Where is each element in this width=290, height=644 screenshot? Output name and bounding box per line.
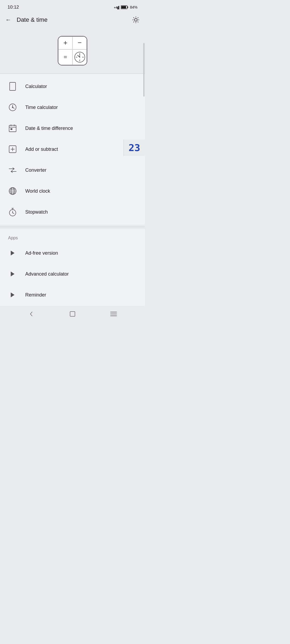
- header: ← Date & time: [0, 13, 145, 28]
- menu-item-stopwatch[interactable]: Stopwatch: [0, 202, 145, 222]
- app-icon-area: + − =: [0, 28, 145, 74]
- play-triangle-2: [11, 272, 15, 276]
- date-time-diff-label: Date & time difference: [25, 126, 73, 131]
- svg-point-14: [79, 57, 80, 57]
- world-clock-icon: [8, 186, 17, 196]
- status-time: 10:12: [8, 5, 19, 10]
- stopwatch-label: Stopwatch: [25, 209, 48, 215]
- apps-header: Apps: [0, 231, 145, 243]
- page-title: Date & time: [17, 16, 48, 23]
- back-button[interactable]: ←: [5, 16, 11, 23]
- apps-section: Apps Ad-free version Advanced calculator…: [0, 229, 145, 308]
- app-icon: + − =: [58, 36, 87, 65]
- apps-item-reminder[interactable]: Reminder: [0, 284, 145, 305]
- play-icon-reminder: [8, 290, 17, 299]
- play-icon-ad-free: [8, 248, 17, 258]
- signal-icon: +4G: [114, 5, 119, 9]
- section-divider: [0, 227, 145, 227]
- settings-button[interactable]: [132, 16, 140, 24]
- header-left: ← Date & time: [5, 16, 48, 23]
- icon-clock: [73, 49, 87, 65]
- status-icons: +4G 84%: [114, 5, 137, 9]
- calculator-icon: [8, 82, 17, 91]
- menu-item-calculator[interactable]: Calculator: [0, 76, 145, 97]
- converter-icon: [8, 166, 17, 175]
- battery-icon: [121, 5, 128, 9]
- right-panel-digit: 23: [124, 140, 145, 156]
- svg-point-40: [12, 213, 13, 213]
- svg-rect-20: [9, 125, 16, 132]
- time-calculator-label: Time calculator: [25, 105, 58, 110]
- icon-equals: =: [58, 49, 73, 65]
- add-subtract-label: Add or subtract: [25, 147, 58, 152]
- svg-point-6: [135, 19, 137, 21]
- menu-list: Calculator Time calculator Date & time d…: [0, 74, 145, 225]
- svg-rect-5: [121, 6, 126, 9]
- reminder-label: Reminder: [25, 292, 46, 298]
- menu-item-time-calculator[interactable]: Time calculator: [0, 97, 145, 118]
- apps-item-advanced-calc[interactable]: Advanced calculator: [0, 264, 145, 284]
- converter-label: Converter: [25, 167, 46, 173]
- icon-minus: −: [73, 36, 87, 49]
- nav-menu-button[interactable]: [108, 309, 119, 319]
- battery-percent: 84%: [130, 5, 137, 9]
- svg-rect-2: [118, 6, 119, 9]
- status-bar: 10:12 +4G 84%: [0, 0, 145, 13]
- svg-point-19: [12, 107, 13, 108]
- svg-rect-4: [127, 6, 128, 8]
- menu-item-converter[interactable]: Converter: [0, 160, 145, 181]
- play-triangle-3: [11, 292, 15, 297]
- nav-home-button[interactable]: [67, 309, 78, 319]
- nav-back-button[interactable]: [26, 309, 37, 319]
- svg-rect-1: [117, 7, 118, 9]
- svg-rect-41: [70, 312, 75, 316]
- icon-plus: +: [58, 36, 73, 49]
- stopwatch-icon: [8, 207, 17, 217]
- svg-line-12: [78, 55, 80, 57]
- calculator-label: Calculator: [25, 84, 47, 89]
- time-calculator-icon: [8, 103, 17, 112]
- play-icon-advanced-calc: [8, 269, 17, 279]
- svg-rect-24: [10, 128, 12, 130]
- menu-item-add-subtract[interactable]: Add or subtract: [0, 139, 145, 160]
- date-time-diff-icon: [8, 124, 17, 133]
- add-subtract-icon: [8, 145, 17, 154]
- world-clock-label: World clock: [25, 188, 50, 194]
- ad-free-label: Ad-free version: [25, 250, 58, 256]
- apps-item-ad-free[interactable]: Ad-free version: [0, 243, 145, 264]
- scrollbar[interactable]: [143, 43, 144, 97]
- menu-item-date-time-diff[interactable]: Date & time difference: [0, 118, 145, 139]
- play-triangle: [11, 251, 15, 255]
- svg-rect-15: [10, 82, 16, 90]
- advanced-calc-label: Advanced calculator: [25, 271, 69, 277]
- bottom-nav: [0, 306, 145, 322]
- menu-item-world-clock[interactable]: World clock: [0, 181, 145, 202]
